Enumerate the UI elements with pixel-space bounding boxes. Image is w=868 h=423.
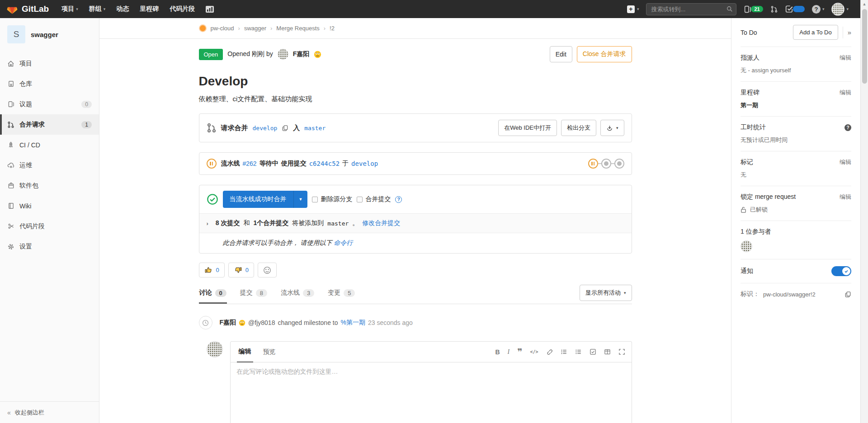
command-line-link[interactable]: 命令行 <box>334 239 353 246</box>
download-dropdown-button[interactable]: ▾ <box>600 120 624 136</box>
chevron-right-icon[interactable]: › <box>207 220 208 227</box>
labels-edit-link[interactable]: 编辑 <box>840 158 851 166</box>
milestone-value[interactable]: 第一期 <box>741 101 851 109</box>
sidebar-item-repository[interactable]: 仓库 <box>0 74 99 94</box>
page-scrollbar[interactable]: ▲ <box>860 0 868 423</box>
stage-created-icon[interactable] <box>614 159 624 169</box>
collapse-sidebar-button[interactable]: « 收起侧边栏 <box>0 401 99 423</box>
sidebar-item-operations[interactable]: 运维 <box>0 155 99 175</box>
issue-sidebar: To Do Add a To Do » 指派人 编辑 无 - assign yo… <box>731 18 860 423</box>
breadcrumb-project[interactable]: swagger <box>244 25 266 32</box>
user-avatar <box>831 3 844 16</box>
sidebar-item-issues[interactable]: 议题 0 <box>0 94 99 114</box>
tab-preview[interactable]: 预览 <box>261 342 278 362</box>
remove-source-branch-checkbox[interactable] <box>312 197 318 202</box>
nav-menu-activity[interactable]: 动态 <box>112 0 133 18</box>
merge-when-pipeline-succeeds-button[interactable]: 当流水线成功时合并 ▼ <box>223 191 308 208</box>
blockquote-icon[interactable]: ❞ <box>517 350 522 354</box>
modify-merge-commit-link[interactable]: 修改合并提交 <box>362 219 400 227</box>
tab-changes[interactable]: 变更 5 <box>327 282 355 304</box>
assignee-value[interactable]: 无 - assign yourself <box>741 66 851 75</box>
note-author[interactable]: F嘉阳 <box>220 319 236 327</box>
thumbs-down-button[interactable]: 0 <box>228 263 254 277</box>
merge-request-icon <box>7 121 14 128</box>
edit-button[interactable]: Edit <box>550 46 572 62</box>
squash-commits-checkbox[interactable] <box>357 197 363 202</box>
help-menu[interactable]: ? ▾ <box>812 5 825 14</box>
status-badge: Open <box>199 49 223 60</box>
open-in-web-ide-button[interactable]: 在Web IDE中打开 <box>498 120 557 136</box>
add-todo-button[interactable]: Add a To Do <box>793 25 838 40</box>
thumbs-up-button[interactable]: 0 <box>199 263 225 277</box>
user-menu[interactable]: ▾ <box>831 3 849 16</box>
sidebar-item-cicd[interactable]: CI / CD <box>0 135 99 155</box>
merge-requests-nav-button[interactable] <box>770 5 778 13</box>
add-emoji-button[interactable] <box>258 263 277 277</box>
bold-icon[interactable]: B <box>495 348 500 356</box>
issues-nav-button[interactable]: 21 <box>744 5 763 13</box>
nav-menu-milestones[interactable]: 里程碑 <box>135 0 163 18</box>
breadcrumb-group[interactable]: pw-cloud <box>211 25 234 32</box>
todos-nav-button[interactable]: 14 <box>785 5 805 13</box>
author-name[interactable]: F嘉阳 <box>293 50 310 58</box>
stage-created-icon[interactable] <box>601 159 611 169</box>
comment-textarea[interactable] <box>231 362 632 423</box>
code-icon[interactable]: </> <box>530 349 538 354</box>
tab-discussion[interactable]: 讨论 0 <box>199 282 227 304</box>
scrollbar-thumb[interactable] <box>862 9 867 84</box>
sidebar-item-wiki[interactable]: Wiki <box>0 196 99 216</box>
assignee-edit-link[interactable]: 编辑 <box>840 54 851 62</box>
page-title: Develop <box>199 74 632 89</box>
copy-reference-icon[interactable] <box>844 291 851 298</box>
squash-help-icon[interactable]: ? <box>395 196 402 203</box>
close-merge-request-button[interactable]: Close 合并请求 <box>577 46 632 62</box>
checkout-branch-button[interactable]: 检出分支 <box>561 120 596 136</box>
breadcrumb-section[interactable]: Merge Requests <box>276 25 319 32</box>
numbered-list-icon[interactable] <box>575 348 582 355</box>
stage-paused-icon[interactable] <box>588 159 598 169</box>
scrollbar-up-arrow[interactable]: ▲ <box>861 0 868 6</box>
gitlab-logo-icon[interactable] <box>6 3 18 15</box>
activity-filter-dropdown[interactable]: 显示所有活动 ▾ <box>580 285 632 301</box>
reference-block: 标识： pw-cloud/swagger!2 <box>741 283 851 305</box>
nav-menu-groups[interactable]: 群组 ▾ <box>85 0 110 18</box>
milestone-edit-link[interactable]: 编辑 <box>840 89 851 97</box>
tab-write[interactable]: 编辑 <box>237 342 253 362</box>
italic-icon[interactable]: I <box>508 348 510 356</box>
breadcrumb-ref[interactable]: !2 <box>330 25 335 32</box>
notifications-toggle[interactable] <box>831 266 851 276</box>
bullet-list-icon[interactable] <box>561 348 567 355</box>
fullscreen-icon[interactable] <box>618 348 625 355</box>
collapse-right-sidebar-icon[interactable]: » <box>848 28 851 36</box>
sidebar-item-packages[interactable]: 软件包 <box>0 175 99 196</box>
sidebar-item-settings[interactable]: 设置 <box>0 236 99 257</box>
source-branch-link[interactable]: develop <box>253 125 278 132</box>
project-context[interactable]: S swagger <box>0 18 99 51</box>
copy-icon[interactable] <box>282 125 288 132</box>
sidebar-item-project[interactable]: 项目 <box>0 53 99 74</box>
milestone-link[interactable]: %第一期 <box>341 319 365 327</box>
nav-menu-projects[interactable]: 项目 ▾ <box>57 0 83 18</box>
nav-menu-snippets[interactable]: 代码片段 <box>165 0 199 18</box>
pipeline-number-link[interactable]: #262 <box>243 160 257 167</box>
task-list-icon[interactable] <box>590 348 596 355</box>
tab-commits[interactable]: 提交 8 <box>240 282 268 304</box>
charts-icon[interactable] <box>201 0 218 18</box>
participant-avatar[interactable] <box>741 240 752 252</box>
commit-sha-link[interactable]: c6244c52 <box>309 160 340 167</box>
time-tracking-help-icon[interactable]: ? <box>844 124 851 131</box>
pipeline-branch-link[interactable]: develop <box>351 160 378 167</box>
brand-title[interactable]: GitLab <box>22 4 49 14</box>
target-branch-link[interactable]: master <box>304 125 326 132</box>
author-avatar[interactable] <box>278 49 288 60</box>
table-icon[interactable] <box>604 348 611 355</box>
link-icon[interactable] <box>546 348 553 355</box>
author-status-emoji <box>239 320 245 326</box>
merge-options-caret[interactable]: ▼ <box>293 191 308 208</box>
lock-edit-link[interactable]: 编辑 <box>840 193 851 201</box>
search-input[interactable] <box>646 3 736 15</box>
sidebar-item-merge-requests[interactable]: 合并请求 1 <box>0 114 99 135</box>
new-item-menu[interactable]: + ▾ <box>627 5 639 13</box>
tab-pipelines[interactable]: 流水线 3 <box>280 282 315 304</box>
sidebar-item-snippets[interactable]: 代码片段 <box>0 216 99 236</box>
